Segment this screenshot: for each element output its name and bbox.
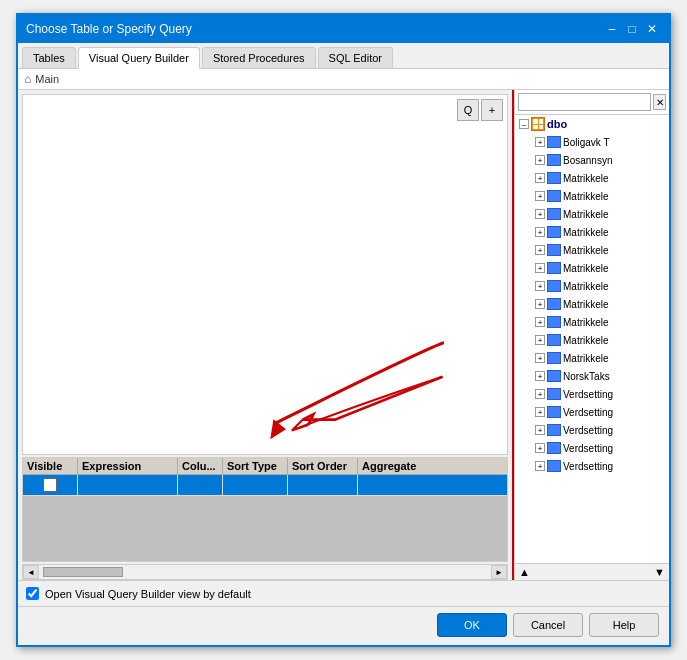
dialog-buttons: OK Cancel Help	[18, 606, 669, 645]
tabs-bar: Tables Visual Query Builder Stored Proce…	[18, 43, 669, 69]
breadcrumb-main: Main	[35, 73, 59, 85]
list-item[interactable]: + NorskTaks	[515, 367, 669, 385]
grid-row[interactable]: □	[23, 475, 507, 496]
cell-aggregate[interactable]	[358, 475, 507, 495]
col-header-column: Colu...	[178, 458, 223, 474]
table-icon	[547, 261, 561, 275]
scroll-left-arrow[interactable]: ▲	[519, 566, 530, 578]
tree-root-label: dbo	[547, 118, 567, 130]
maximize-button[interactable]: □	[623, 20, 641, 38]
grid-header: Visible Expression Colu... Sort Type Sor…	[23, 458, 507, 475]
table-icon	[547, 423, 561, 437]
col-header-sort-order: Sort Order	[288, 458, 358, 474]
col-header-expression: Expression	[78, 458, 178, 474]
table-icon	[547, 459, 561, 473]
table-icon	[547, 405, 561, 419]
table-icon	[547, 171, 561, 185]
cell-expression[interactable]	[78, 475, 178, 495]
table-icon	[547, 225, 561, 239]
list-item[interactable]: + Matrikkele	[515, 223, 669, 241]
col-header-sort-type: Sort Type	[223, 458, 288, 474]
breadcrumb-bar: ⌂ Main	[18, 69, 669, 90]
table-icon	[547, 153, 561, 167]
table-icon	[547, 243, 561, 257]
table-icon	[547, 297, 561, 311]
tab-stored-procedures[interactable]: Stored Procedures	[202, 47, 316, 68]
visible-checkbox[interactable]: □	[43, 478, 57, 492]
left-panel: Q + Visible	[18, 90, 514, 580]
table-icon	[547, 333, 561, 347]
col-header-visible: Visible	[23, 458, 78, 474]
default-view-checkbox[interactable]	[26, 587, 39, 600]
list-item[interactable]: + Matrikkele	[515, 349, 669, 367]
item-expand-icon[interactable]: +	[535, 137, 545, 147]
home-icon: ⌂	[24, 72, 31, 86]
list-item[interactable]: + Verdsetting	[515, 421, 669, 439]
table-icon	[547, 135, 561, 149]
window-title: Choose Table or Specify Query	[26, 22, 192, 36]
right-panel: ✕ – dbo +	[514, 90, 669, 580]
list-item[interactable]: + Matrikkele	[515, 241, 669, 259]
cell-sort-order[interactable]	[288, 475, 358, 495]
list-item[interactable]: + Matrikkele	[515, 259, 669, 277]
table-icon	[547, 189, 561, 203]
list-item[interactable]: + Matrikkele	[515, 187, 669, 205]
title-bar: Choose Table or Specify Query – □ ✕	[18, 15, 669, 43]
default-view-label: Open Visual Query Builder view by defaul…	[45, 588, 251, 600]
tab-tables[interactable]: Tables	[22, 47, 76, 68]
table-icon	[547, 279, 561, 293]
list-item[interactable]: + Matrikkele	[515, 205, 669, 223]
list-item[interactable]: + Matrikkele	[515, 295, 669, 313]
search-clear-button[interactable]: ✕	[653, 94, 666, 110]
cell-visible[interactable]: □	[23, 475, 78, 495]
list-item[interactable]: + Matrikkele	[515, 277, 669, 295]
search-bar: ✕	[515, 90, 669, 115]
scroll-thumb[interactable]	[43, 567, 123, 577]
main-window: Choose Table or Specify Query – □ ✕ Tabl…	[16, 13, 671, 647]
item-expand-icon[interactable]: +	[535, 173, 545, 183]
table-icon	[547, 351, 561, 365]
scroll-right-arrow[interactable]: ▼	[654, 566, 665, 578]
search-input[interactable]	[518, 93, 651, 111]
close-button[interactable]: ✕	[643, 20, 661, 38]
help-button[interactable]: Help	[589, 613, 659, 637]
table-icon	[547, 441, 561, 455]
table-icon	[547, 207, 561, 221]
cancel-button[interactable]: Cancel	[513, 613, 583, 637]
table-icon	[547, 369, 561, 383]
cell-column[interactable]	[178, 475, 223, 495]
bottom-bar: Open Visual Query Builder view by defaul…	[18, 580, 669, 606]
list-item[interactable]: + Matrikkele	[515, 331, 669, 349]
tab-sql-editor[interactable]: SQL Editor	[318, 47, 393, 68]
ok-button[interactable]: OK	[437, 613, 507, 637]
red-arrow-svg	[23, 95, 507, 454]
grid-footer	[23, 496, 507, 561]
item-expand-icon[interactable]: +	[535, 155, 545, 165]
tree-root-node[interactable]: – dbo	[515, 115, 669, 133]
horizontal-scrollbar[interactable]: ◄ ►	[22, 564, 508, 580]
list-item[interactable]: + Matrikkele	[515, 169, 669, 187]
list-item[interactable]: + Bosannsyn	[515, 151, 669, 169]
tree-expand-icon[interactable]: –	[519, 119, 529, 129]
right-panel-bottom-nav: ▲ ▼	[515, 563, 669, 580]
col-header-aggregate: Aggregate	[358, 458, 507, 474]
list-item[interactable]: + Verdsetting	[515, 457, 669, 475]
minimize-button[interactable]: –	[603, 20, 621, 38]
cell-sort-type[interactable]	[223, 475, 288, 495]
list-item[interactable]: + Matrikkele	[515, 313, 669, 331]
tree-view: – dbo + Boligavk T	[515, 115, 669, 563]
table-icon	[547, 315, 561, 329]
column-grid: Visible Expression Colu... Sort Type Sor…	[22, 457, 508, 562]
query-canvas: Q +	[22, 94, 508, 455]
list-item[interactable]: + Boligavk T	[515, 133, 669, 151]
list-item[interactable]: + Verdsetting	[515, 385, 669, 403]
content-area: Q + Visible	[18, 90, 669, 580]
list-item[interactable]: + Verdsetting	[515, 439, 669, 457]
tab-visual-query-builder[interactable]: Visual Query Builder	[78, 47, 200, 69]
title-bar-controls: – □ ✕	[603, 20, 661, 38]
table-icon	[547, 387, 561, 401]
db-icon	[531, 117, 545, 131]
list-item[interactable]: + Verdsetting	[515, 403, 669, 421]
scroll-right-button[interactable]: ►	[491, 565, 507, 579]
scroll-left-button[interactable]: ◄	[23, 565, 39, 579]
